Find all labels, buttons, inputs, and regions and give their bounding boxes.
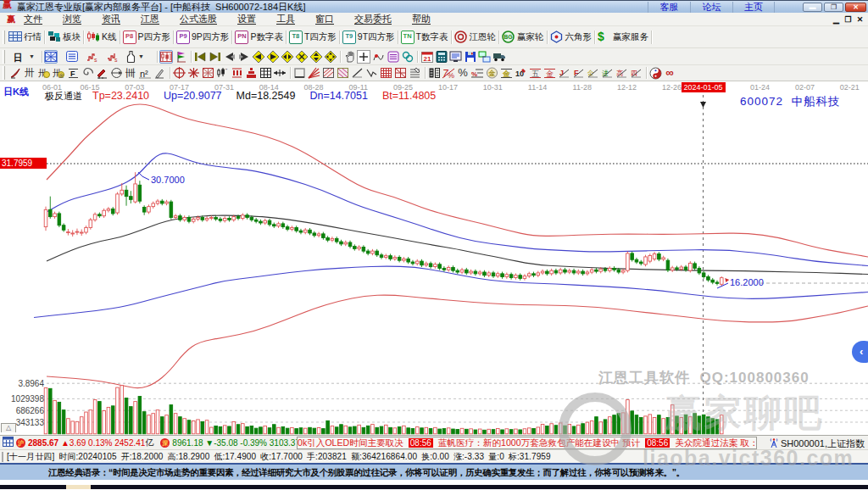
menu-item[interactable]: 设置 — [237, 13, 256, 25]
minimize-button[interactable]: ▬ — [803, 3, 822, 12]
gold-time-2-icon[interactable]: 卅金 — [52, 67, 65, 80]
mdi-restore-button[interactable]: ❐ — [843, 15, 854, 25]
shenzhen-index-quote[interactable]: 8961.18 ▼-35.08 -0.39% 3103.37 — [172, 438, 300, 448]
chevron-down-icon[interactable]: ▼ — [29, 53, 35, 59]
gold-time-1-icon[interactable]: 卅 — [37, 67, 51, 80]
pct-icon[interactable]: % — [456, 67, 470, 80]
menu-item[interactable]: 资讯 — [102, 13, 120, 25]
gold-lines-icon[interactable]: 金 — [499, 67, 513, 80]
dark-grid-icon[interactable] — [259, 67, 272, 80]
pen-ruler-icon[interactable] — [95, 67, 108, 80]
fib-f-icon[interactable]: F — [66, 67, 80, 80]
red-grid-1-icon[interactable] — [379, 67, 392, 80]
volume-pane-expand-button[interactable]: △ — [1, 423, 16, 432]
tool-winner-wheel[interactable]: BG赢家轮 — [502, 31, 544, 44]
gold-red-icon[interactable]: 金 — [542, 67, 556, 80]
diamond-hsplit-icon[interactable] — [281, 50, 294, 64]
menu-item[interactable]: 公式选股 — [180, 13, 217, 25]
wave-pointer-icon[interactable] — [372, 50, 386, 64]
quote-monitor-icon[interactable] — [449, 50, 463, 64]
quill-icon[interactable] — [8, 67, 22, 80]
pen-ten-icon[interactable]: 10 — [514, 67, 527, 80]
angle-gao-icon[interactable]: 高 — [615, 67, 628, 80]
five-lines-icon[interactable]: 五 — [528, 67, 542, 80]
diamond-x-icon[interactable] — [295, 50, 309, 64]
hatch-1-icon[interactable] — [321, 67, 335, 80]
period-selector[interactable]: 日 — [8, 50, 27, 64]
angle-f-icon[interactable]: F — [571, 67, 585, 80]
flag-icon[interactable] — [175, 50, 188, 64]
angle-line-icon[interactable] — [350, 67, 364, 80]
menu-item[interactable]: 帮助 — [412, 13, 431, 25]
tool-dollar[interactable]: $赢家服务 — [598, 31, 648, 44]
menu-item[interactable]: 交易委托 — [354, 13, 392, 25]
menu-item[interactable]: 江恩 — [141, 13, 159, 25]
infinity-icon[interactable]: ∞ — [663, 67, 676, 80]
hand-icon[interactable] — [343, 50, 357, 64]
ratio-table-icon[interactable] — [427, 67, 441, 80]
next-page-icon[interactable] — [237, 50, 251, 64]
taiji-icon[interactable] — [648, 67, 662, 80]
mdi-minimize-button[interactable]: ▁ — [831, 15, 842, 25]
first-page-icon[interactable] — [194, 50, 208, 64]
tower-red-icon[interactable] — [244, 67, 258, 80]
calendar-grid-icon[interactable] — [3, 437, 14, 448]
pen-angle-icon[interactable] — [153, 67, 166, 80]
time-lines-icon[interactable]: 卌 — [124, 67, 137, 80]
calendar-icon[interactable]: 21 — [420, 50, 434, 64]
angle-si-icon[interactable]: 四 — [629, 67, 643, 80]
menu-item[interactable]: 窗口 — [315, 13, 334, 25]
adj-price-2-icon[interactable]: s — [106, 50, 120, 64]
pen-lines-icon[interactable] — [408, 67, 421, 80]
mdi-close-button[interactable]: ✕ — [854, 15, 865, 25]
last-page-icon[interactable] — [209, 50, 222, 64]
spiral-icon[interactable] — [81, 67, 94, 80]
tool-badge-p8[interactable]: P8P四方形 — [123, 31, 171, 44]
pct-lines-icon[interactable]: % — [470, 67, 484, 80]
gold-coin-icon[interactable]: 金 — [485, 67, 498, 80]
menu-item[interactable]: 工具 — [276, 13, 295, 25]
diamond-right-icon[interactable] — [266, 50, 280, 64]
quick-link[interactable]: 论坛 — [690, 2, 732, 13]
pct-red-icon[interactable]: 7% — [442, 67, 455, 80]
h-arrows-icon[interactable] — [273, 67, 287, 80]
net-select-icon[interactable] — [45, 50, 58, 64]
bottle-combo-icon[interactable]: ▼ — [126, 50, 148, 64]
linked-index[interactable]: SH000001,上证指数 — [770, 437, 865, 450]
gann-box-icon[interactable] — [201, 67, 214, 80]
adj-price-1-icon[interactable]: s — [86, 50, 99, 64]
band-red-icon[interactable] — [230, 67, 243, 80]
close-button[interactable]: ✕ — [845, 3, 866, 12]
fib-time-icon[interactable]: 卅 — [23, 67, 36, 80]
v-lines-icon[interactable] — [364, 67, 378, 80]
quick-link[interactable]: 客服 — [648, 2, 690, 13]
kline-mark-icon[interactable]: " — [215, 67, 229, 80]
menu-item[interactable]: 浏览 — [63, 13, 81, 25]
chart-area[interactable]: 日K线 06-0106-1507-0307-1707-3108-1408-280… — [0, 81, 868, 435]
angle-gold-icon[interactable]: 金 — [586, 67, 599, 80]
network-icon[interactable] — [478, 50, 492, 64]
list-view-icon[interactable] — [65, 50, 79, 64]
tool-badge-t8[interactable]: T8T四方形 — [289, 31, 337, 44]
shanghai-index-quote[interactable]: 2885.67 ▲3.69 0.13% 2452.41 — [28, 438, 145, 448]
tool-hexagon[interactable]: 六角形 — [550, 31, 593, 44]
tool-gann-wheel[interactable]: 江恩轮 — [454, 31, 497, 44]
maximize-button[interactable]: ❐ — [824, 3, 843, 12]
truck-icon[interactable] — [492, 50, 506, 64]
tool-kline[interactable]: K线 — [86, 31, 117, 44]
save-disk-icon[interactable] — [464, 50, 477, 64]
quick-link[interactable]: 主页 — [732, 2, 775, 13]
angle-j-icon[interactable]: J — [557, 67, 570, 80]
calculator-icon[interactable] — [435, 50, 448, 64]
diamond-left-icon[interactable] — [252, 50, 265, 64]
gann-star-icon[interactable] — [186, 67, 200, 80]
news-ticker[interactable]: 0k引入OLED时间主要取决08:56蓝帆医疗：新的1000万套急救包产能在建设… — [297, 437, 757, 449]
tool-badge-t9[interactable]: T99T四方形 — [342, 31, 395, 44]
tool-market-grid[interactable]: 行情 — [8, 31, 42, 44]
red-grid-2-icon[interactable] — [393, 67, 407, 80]
chips-purple-icon[interactable] — [387, 50, 400, 64]
diamond-vsplit-icon[interactable] — [309, 50, 323, 64]
chips-teal-icon[interactable] — [401, 50, 415, 64]
tool-blocks[interactable]: 板块 — [47, 31, 81, 44]
frame-icon[interactable] — [292, 67, 306, 80]
